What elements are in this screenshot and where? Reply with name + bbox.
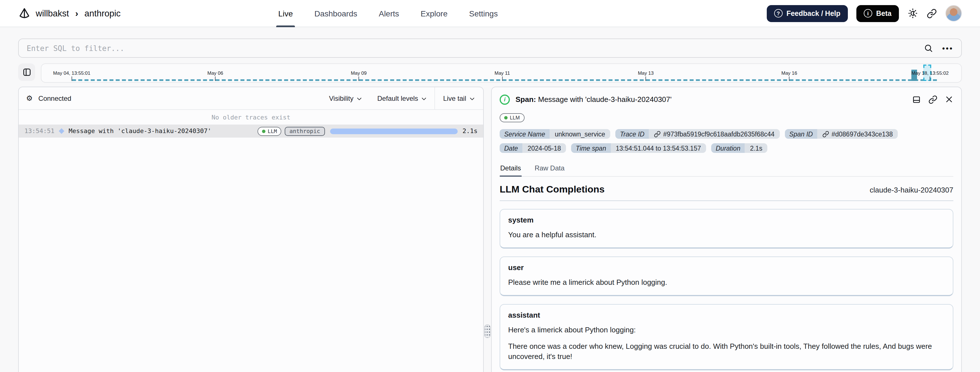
feedback-help-label: Feedback / Help [786, 9, 840, 17]
time-span-badge: Time span 13:54:51.044 to 13:54:53.157 [571, 143, 706, 153]
span-attributes: Service Name unknown_service Trace ID #9… [500, 129, 953, 153]
date-badge: Date 2024-05-18 [500, 143, 566, 153]
visibility-dropdown-label: Visibility [329, 94, 353, 102]
logfire-flame-logo-icon[interactable] [18, 7, 30, 19]
message-role: user [508, 263, 945, 272]
timeline-tick: May 06 [207, 70, 223, 81]
tick-label: May 04, 13:55:01 [53, 70, 90, 76]
duration-badge: Duration 2.1s [711, 143, 767, 153]
attr-value: unknown_service [550, 129, 610, 139]
question-icon: ? [774, 9, 782, 17]
message-card-user: user Please write me a limerick about Py… [500, 256, 953, 296]
traces-panel-header: ⚙ Connected Visibility Default levels Li… [19, 87, 483, 110]
share-link-button[interactable] [927, 8, 937, 18]
attr-label: Service Name [500, 129, 550, 139]
message-card-assistant: assistant Here's a limerick about Python… [500, 304, 953, 370]
top-actions: ? Feedback / Help i Beta [767, 5, 962, 22]
top-navigation-bar: willbakst › anthropic Live Dashboards Al… [0, 0, 980, 27]
span-info-icon: i [500, 94, 510, 104]
message-text: You are a helpful assistant. [508, 230, 945, 240]
attr-label: Trace ID [615, 129, 649, 139]
model-name: claude-3-haiku-20240307 [870, 186, 953, 194]
beta-button[interactable]: i Beta [856, 5, 899, 22]
panels-gap [484, 87, 491, 372]
link-icon [654, 130, 661, 137]
user-avatar[interactable] [945, 5, 962, 22]
tick-label: May 11 [495, 70, 510, 76]
sidebar-toggle-button[interactable] [18, 63, 35, 81]
trace-id-value: #973fba5919cf9c618aafdb2635f68c44 [663, 130, 775, 137]
filter-row: Enter SQL to filter... ••• [18, 38, 962, 58]
message-role: system [508, 216, 945, 224]
time-range-timeline[interactable]: May 04, 13:55:01 May 06 May 09 May 11 Ma… [41, 63, 962, 83]
trace-row[interactable]: 13:54:51 Message with 'claude-3-haiku-20… [19, 125, 483, 138]
moon-rays-icon [907, 8, 918, 19]
tick-label: May 18, 13:55:02 [912, 70, 948, 76]
link-icon [927, 8, 937, 18]
detail-tabs: Details Raw Data [500, 162, 953, 177]
tick-label: May 16 [781, 70, 797, 76]
nav-tab-alerts[interactable]: Alerts [379, 0, 399, 27]
llm-section-header: LLM Chat Completions claude-3-haiku-2024… [500, 184, 953, 201]
attr-label: Duration [711, 143, 745, 153]
message-text: Here's a limerick about Python logging: [508, 325, 945, 336]
dock-panel-icon [912, 95, 921, 104]
close-panel-button[interactable] [945, 95, 953, 104]
visibility-dropdown[interactable]: Visibility [321, 87, 370, 109]
green-dot-icon [262, 129, 266, 133]
green-dot-icon [504, 116, 508, 119]
span-detail-panel: i Span: Message with 'claude-3-haiku-202… [491, 87, 962, 372]
sql-filter-input[interactable]: Enter SQL to filter... ••• [18, 38, 962, 58]
trace-id-badge[interactable]: Trace ID #973fba5919cf9c618aafdb2635f68c… [615, 129, 780, 139]
message-text: There once was a coder who knew, Logging… [508, 341, 945, 362]
no-older-traces-message: No older traces exist [19, 110, 483, 125]
attr-value: 2024-05-18 [523, 143, 566, 153]
live-tail-dropdown[interactable]: Live tail [435, 87, 483, 109]
llm-tag-badge: LLM [500, 113, 524, 122]
nav-tab-live[interactable]: Live [278, 0, 293, 27]
beta-label: Beta [876, 9, 891, 17]
dock-panel-button[interactable] [912, 95, 921, 104]
copy-span-link-button[interactable] [928, 95, 937, 104]
tick-label: May 09 [351, 70, 367, 76]
message-text: Please write me a limerick about Python … [508, 277, 945, 288]
span-diamond-icon [59, 128, 64, 134]
tab-details[interactable]: Details [500, 162, 522, 176]
tick-label: May 13 [638, 70, 654, 76]
breadcrumb-org[interactable]: willbakst [36, 8, 69, 18]
trace-timestamp: 13:54:51 [24, 127, 54, 135]
live-traces-panel: ⚙ Connected Visibility Default levels Li… [18, 87, 484, 372]
duration-bar [330, 128, 457, 134]
panels-container: ⚙ Connected Visibility Default levels Li… [18, 87, 962, 372]
connection-status: Connected [38, 94, 71, 102]
timeline-tick: May 16 [781, 70, 797, 81]
search-icon[interactable] [924, 44, 933, 53]
main-nav: Live Dashboards Alerts Explore Settings [278, 0, 498, 27]
default-levels-dropdown-label: Default levels [377, 94, 418, 102]
breadcrumb-separator: › [74, 8, 80, 18]
panel-resize-handle[interactable] [484, 325, 490, 338]
more-options-icon[interactable]: ••• [942, 44, 953, 52]
llm-tag-badge: LLM [258, 127, 282, 136]
nav-tab-settings[interactable]: Settings [469, 0, 498, 27]
sidebar-panel-icon [22, 67, 32, 77]
attr-value: 2.1s [745, 143, 768, 153]
trace-duration: 2.1s [463, 127, 477, 135]
span-id-badge[interactable]: Span ID #d08697de343ce138 [784, 129, 898, 139]
default-levels-dropdown[interactable]: Default levels [370, 87, 435, 109]
message-card-system: system You are a helpful assistant. [500, 209, 953, 249]
nav-tab-dashboards[interactable]: Dashboards [315, 0, 357, 27]
timeline-row: May 04, 13:55:01 May 06 May 09 May 11 Ma… [18, 63, 962, 83]
sql-filter-placeholder: Enter SQL to filter... [27, 44, 915, 52]
tick-label: May 06 [207, 70, 223, 76]
live-tail-dropdown-label: Live tail [443, 94, 466, 102]
gear-icon[interactable]: ⚙ [26, 94, 33, 103]
trace-message: Message with 'claude-3-haiku-20240307' [68, 127, 211, 135]
breadcrumb: willbakst › anthropic [18, 7, 121, 19]
nav-tab-explore[interactable]: Explore [420, 0, 447, 27]
theme-toggle-button[interactable] [907, 8, 918, 19]
breadcrumb-project[interactable]: anthropic [84, 8, 121, 18]
feedback-help-button[interactable]: ? Feedback / Help [767, 5, 848, 22]
tab-raw-data[interactable]: Raw Data [534, 162, 565, 176]
info-icon: i [864, 9, 872, 17]
